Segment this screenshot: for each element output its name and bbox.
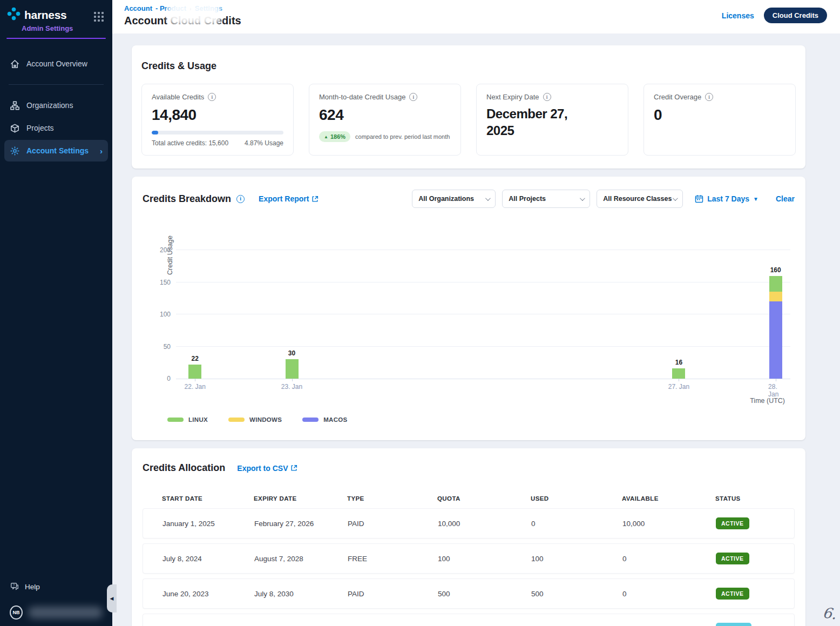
- legend-label: WINDOWS: [249, 416, 282, 423]
- sidebar-item-organizations[interactable]: Organizations: [4, 95, 108, 116]
- cell-used: 0: [531, 520, 622, 528]
- mtd-usage-card: Month-to-date Credit Usage i 624 ▲ 186% …: [309, 84, 461, 156]
- cloud-credits-button[interactable]: Cloud Credits: [764, 8, 827, 23]
- credits-allocation-title: Credits Allocation: [143, 462, 225, 474]
- stat-label: Next Expiry Date: [486, 93, 539, 101]
- help-button[interactable]: ? Help: [0, 582, 112, 591]
- status-badge: ACTIVE: [716, 517, 749, 529]
- chart-legend: LINUXWINDOWSMACOS: [167, 416, 348, 423]
- y-tick-label: 50: [164, 343, 171, 351]
- status-badge: ACTIVE: [716, 588, 749, 600]
- export-report-link[interactable]: Export Report: [259, 194, 319, 203]
- table-row[interactable]: June 20, 2023July 8, 2030PAID5005000ACTI…: [143, 578, 795, 609]
- info-icon[interactable]: i: [705, 93, 713, 101]
- credits-allocation-section: Credits Allocation Export to CSV START D…: [132, 448, 805, 626]
- info-icon[interactable]: i: [543, 93, 551, 101]
- admin-settings-label: Admin Settings: [22, 24, 112, 32]
- cell-expiry_date: July 8, 2030: [254, 590, 348, 598]
- y-axis-label: Credit Usage: [166, 235, 174, 275]
- table-row[interactable]: January 1, 2025February 27, 2026PAID10,0…: [143, 508, 795, 539]
- organizations-select[interactable]: All Organizations: [412, 190, 496, 208]
- legend-item-windows[interactable]: WINDOWS: [228, 416, 282, 423]
- table-row[interactable]: September 28, 2025December 27, 2025PAID5…: [143, 614, 795, 626]
- credits-breakdown-section: Credits Breakdown i Export Report All Or…: [132, 177, 805, 440]
- projects-select[interactable]: All Projects: [502, 190, 590, 208]
- stat-label: Available Credits: [152, 93, 204, 101]
- page-title: Account Cloud Credits: [124, 15, 241, 27]
- table-header-row: START DATE EXPIRY DATE TYPE QUOTA USED A…: [143, 495, 795, 508]
- breadcrumb-product[interactable]: - Product: [155, 4, 186, 12]
- delta-badge: ▲ 186%: [319, 131, 350, 142]
- info-icon[interactable]: i: [409, 93, 417, 101]
- cell-expiry_date: February 27, 2026: [254, 520, 348, 528]
- sidebar-collapse-handle[interactable]: ◀: [107, 584, 117, 612]
- legend-label: MACOS: [323, 416, 347, 423]
- x-tick-mark: [292, 379, 293, 381]
- cell-available: 0: [622, 555, 716, 563]
- brand-name: harness: [24, 9, 66, 22]
- date-range-picker[interactable]: Last 7 Days ▼: [695, 194, 758, 203]
- dropdown-arrow-icon: ▼: [753, 196, 758, 202]
- x-tick-label: 22. Jan: [185, 383, 206, 391]
- credits-breakdown-title: Credits Breakdown: [143, 193, 231, 205]
- export-csv-link[interactable]: Export to CSV: [237, 464, 297, 473]
- bar-value-label: 22: [192, 355, 199, 362]
- chevron-down-icon: [673, 196, 678, 201]
- help-label: Help: [25, 583, 40, 591]
- bar-value-label: 160: [770, 266, 781, 274]
- bar-22-Jan[interactable]: 22: [188, 365, 201, 379]
- breadcrumb-separator: ›: [189, 5, 192, 12]
- gridline: [176, 346, 790, 347]
- bar-23-Jan[interactable]: 30: [286, 359, 299, 379]
- cell-start_date: July 8, 2024: [162, 555, 254, 563]
- resource-classes-select[interactable]: All Resource Classes: [597, 190, 683, 208]
- breadcrumb-settings[interactable]: Settings: [195, 4, 222, 12]
- bar-27-Jan[interactable]: 16: [672, 368, 685, 379]
- legend-item-linux[interactable]: LINUX: [167, 416, 208, 423]
- main-content: Account - Product › Settings Account Clo…: [112, 0, 840, 626]
- mtd-usage-value: 624: [319, 106, 451, 124]
- module-grid-icon[interactable]: [94, 12, 104, 22]
- cell-available: 10,000: [622, 520, 716, 528]
- help-chat-icon: ?: [10, 582, 19, 591]
- y-tick-label: 100: [160, 311, 171, 318]
- y-tick-label: 150: [160, 279, 171, 286]
- bar-segment-macos: [769, 301, 782, 379]
- usage-progress-bar: [152, 131, 283, 134]
- legend-item-macos[interactable]: MACOS: [302, 416, 347, 423]
- clear-filters-button[interactable]: Clear: [776, 194, 795, 203]
- info-icon[interactable]: i: [208, 93, 216, 101]
- legend-label: LINUX: [188, 416, 208, 423]
- usage-percent: 4.87% Usage: [245, 139, 283, 147]
- user-avatar[interactable]: NB: [10, 605, 23, 620]
- credits-breakdown-chart: Credit Usage 0501001502002222. Jan3023. …: [143, 210, 795, 426]
- col-status: STATUS: [715, 495, 795, 502]
- table-row[interactable]: July 8, 2024August 7, 2028FREE1001000ACT…: [143, 543, 795, 574]
- col-expiry-date: EXPIRY DATE: [254, 495, 347, 502]
- licenses-link[interactable]: Licenses: [722, 11, 754, 20]
- bar-28-Jan[interactable]: 160: [769, 276, 782, 379]
- gridline: [176, 250, 790, 250]
- available-credits-card: Available Credits i 14,840 Total active …: [141, 84, 294, 156]
- home-icon: [10, 59, 20, 69]
- arrow-up-icon: ▲: [324, 134, 328, 139]
- bar-segment-linux: [672, 368, 685, 379]
- sidebar: harness Admin Settings Account Overview …: [0, 0, 112, 626]
- cell-expiry_date: August 7, 2028: [254, 555, 348, 563]
- cell-quota: 10,000: [438, 520, 531, 528]
- breadcrumb-account[interactable]: Account: [124, 4, 152, 12]
- col-start-date: START DATE: [162, 495, 254, 502]
- x-tick-mark: [679, 379, 679, 381]
- x-tick-mark: [776, 379, 776, 381]
- cell-used: 100: [531, 555, 622, 563]
- legend-swatch: [302, 418, 319, 422]
- info-icon[interactable]: i: [236, 195, 245, 203]
- sidebar-item-account-settings[interactable]: Account Settings ›: [4, 140, 108, 161]
- credits-usage-title: Credits & Usage: [141, 60, 796, 72]
- chevron-right-icon: ›: [100, 146, 103, 156]
- y-tick-label: 0: [167, 375, 171, 382]
- cell-start_date: January 1, 2025: [162, 520, 254, 528]
- sidebar-item-projects[interactable]: Projects: [4, 117, 108, 139]
- sidebar-item-label: Account Settings: [26, 146, 89, 155]
- sidebar-item-account-overview[interactable]: Account Overview: [4, 53, 108, 75]
